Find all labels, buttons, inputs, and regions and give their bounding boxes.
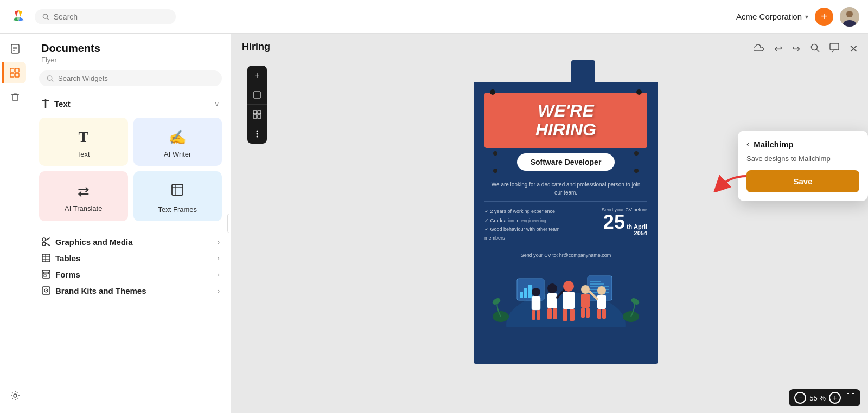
svg-line-39: [816, 49, 819, 52]
widget-text[interactable]: T Text: [39, 118, 128, 166]
dots-tool[interactable]: [247, 124, 267, 144]
brand-section-header[interactable]: Brand Kits and Themes ›: [30, 282, 231, 299]
flyer[interactable]: WE'RE HIRING Software Developer: [474, 82, 658, 364]
handle-tl: [493, 151, 497, 156]
zoom-percent: 55 %: [809, 394, 826, 402]
svg-point-47: [257, 133, 258, 135]
global-search[interactable]: [35, 9, 176, 24]
svg-rect-71: [547, 308, 552, 319]
graphics-section-header[interactable]: Graphics and Media ›: [30, 234, 231, 250]
undo-icon[interactable]: ↩: [772, 41, 784, 57]
svg-rect-33: [43, 272, 49, 274]
flyer-heading: WE'RE HIRING: [495, 101, 636, 139]
svg-point-69: [547, 283, 557, 293]
canvas-toolbar: ↩ ↪ ✕: [751, 40, 860, 57]
page-tool[interactable]: [247, 85, 267, 105]
svg-point-37: [46, 290, 47, 291]
grid-tool[interactable]: [247, 105, 267, 124]
widget-text-frames[interactable]: Text Frames: [133, 171, 222, 221]
svg-rect-21: [172, 184, 183, 195]
svg-rect-67: [532, 310, 535, 320]
avatar[interactable]: [840, 7, 859, 27]
app-logo[interactable]: [9, 6, 28, 28]
nav-document[interactable]: [4, 38, 26, 60]
svg-rect-85: [602, 309, 606, 319]
svg-rect-84: [597, 309, 601, 319]
company-selector[interactable]: Acme Corporation ▾: [736, 12, 808, 21]
flyer-date-section: Send your CV before 25 th April 2054: [569, 207, 647, 242]
sidebar-title: Documents: [30, 42, 231, 55]
mailchimp-save-container: Save: [746, 170, 859, 192]
search-icon: [42, 13, 49, 21]
flyer-illustration: [474, 262, 658, 333]
flyer-date-year: 2054: [627, 230, 647, 236]
mailchimp-back-button[interactable]: ‹: [746, 139, 749, 149]
text-section-header[interactable]: Text ∨: [30, 95, 231, 112]
svg-rect-42: [253, 111, 257, 114]
svg-rect-13: [15, 73, 19, 77]
flyer-wrapper: WE'RE HIRING Software Developer: [474, 82, 658, 364]
floating-element[interactable]: [571, 60, 595, 84]
comment-icon[interactable]: [827, 41, 841, 57]
chevron-down-icon: ▾: [805, 13, 808, 21]
svg-rect-79: [581, 294, 590, 308]
search-widgets-input[interactable]: [58, 74, 214, 82]
ai-translate-icon: ⇄: [78, 183, 90, 200]
svg-point-4: [846, 11, 853, 17]
svg-rect-12: [10, 73, 14, 77]
job-title: Software Developer: [517, 153, 615, 171]
svg-point-16: [14, 394, 17, 397]
icon-nav: [0, 34, 30, 413]
brand-section-label: Brand Kits and Themes: [41, 286, 146, 295]
widget-ai-translate[interactable]: ⇄ AI Translate: [39, 171, 128, 221]
add-button[interactable]: +: [815, 8, 833, 26]
svg-rect-81: [586, 308, 590, 318]
close-icon[interactable]: ✕: [847, 40, 860, 57]
svg-rect-68: [537, 310, 540, 320]
tables-section-header[interactable]: Tables ›: [30, 250, 231, 266]
req-1: ✓ 2 years of working experience: [484, 207, 563, 216]
search-widgets[interactable]: [39, 70, 222, 86]
add-tool[interactable]: +: [247, 66, 267, 85]
svg-rect-43: [258, 111, 261, 114]
widgets-grid: T Text ✍️ AI Writer ⇄ AI Translate: [30, 112, 231, 229]
svg-point-62: [492, 297, 502, 306]
nav-settings[interactable]: [4, 385, 26, 406]
divider: [39, 231, 222, 231]
graphics-section-label: Graphics and Media: [41, 237, 133, 247]
nav-trash[interactable]: [4, 86, 26, 107]
widget-ai-writer-label: AI Writer: [164, 150, 191, 158]
cloud-icon[interactable]: [751, 41, 767, 57]
canvas-content: + WE'RE HIRING: [231, 60, 868, 413]
forms-label: Forms: [55, 270, 80, 279]
svg-rect-32: [42, 270, 50, 278]
zoom-out-button[interactable]: −: [794, 392, 806, 404]
flyer-tools: +: [247, 66, 267, 144]
zoom-in-button[interactable]: +: [829, 392, 841, 404]
job-title-container[interactable]: Software Developer: [495, 153, 636, 171]
handle-tr: [634, 151, 639, 156]
table-icon: [41, 253, 51, 263]
widget-ai-writer[interactable]: ✍️ AI Writer: [133, 118, 222, 166]
search-input[interactable]: [54, 12, 168, 21]
svg-rect-77: [570, 309, 575, 321]
forms-section-header[interactable]: Forms ›: [30, 266, 231, 282]
svg-point-38: [812, 44, 818, 50]
canvas-title: Hiring: [242, 41, 270, 53]
svg-point-0: [9, 6, 28, 25]
mailchimp-title: Mailchimp: [754, 140, 793, 149]
search-canvas-icon[interactable]: [808, 41, 822, 57]
nav-widgets[interactable]: [2, 62, 26, 83]
redo-icon[interactable]: ↪: [790, 41, 802, 57]
svg-rect-44: [253, 115, 257, 118]
svg-rect-76: [563, 309, 567, 321]
sidebar-collapse[interactable]: ‹: [227, 214, 231, 233]
mailchimp-save-button[interactable]: Save: [746, 170, 859, 192]
fullscreen-button[interactable]: ⛶: [846, 393, 855, 403]
svg-point-17: [47, 75, 52, 80]
company-name: Acme Corporation: [736, 12, 802, 21]
forms-chevron: ›: [218, 270, 220, 279]
text-frames-icon: [170, 182, 185, 201]
text-widget-icon: T: [78, 128, 88, 146]
svg-point-78: [581, 285, 590, 294]
